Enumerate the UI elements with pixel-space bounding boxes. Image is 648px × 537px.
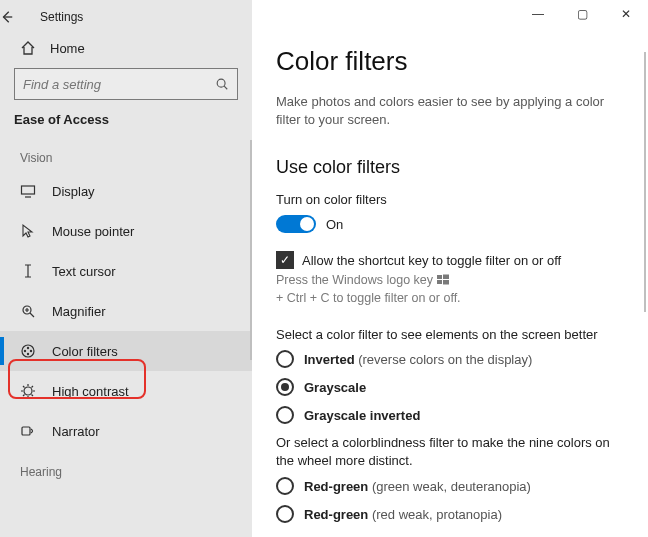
radio-icon [276, 406, 294, 424]
radio-icon [276, 477, 294, 495]
arrow-left-icon [0, 10, 14, 24]
sidebar-item-magnifier[interactable]: Magnifier [0, 291, 252, 331]
high-contrast-icon [20, 383, 36, 399]
svg-point-0 [217, 79, 225, 87]
radio-group-filters: Inverted (reverse colors on the display)… [276, 350, 624, 424]
radio-icon [276, 350, 294, 368]
left-pane: Settings Home Ease of Access Vision Disp… [0, 0, 252, 537]
category-hearing: Hearing [0, 451, 252, 485]
category-vision: Vision [0, 137, 252, 171]
search-wrap [14, 68, 238, 100]
right-pane: — ▢ ✕ Color filters Make photos and colo… [252, 0, 648, 537]
search-icon [215, 77, 229, 91]
radio-icon [276, 505, 294, 523]
sidebar-item-label: Color filters [52, 344, 118, 359]
color-filters-icon [20, 343, 36, 359]
shortcut-label: Allow the shortcut key to toggle filter … [302, 253, 561, 268]
home-label: Home [50, 41, 85, 56]
radio-label: Grayscale inverted [304, 408, 420, 423]
hint-pre: Press the Windows logo key [276, 273, 433, 287]
intro-text: Make photos and colors easier to see by … [276, 93, 624, 129]
close-button[interactable]: ✕ [604, 0, 648, 28]
mouse-pointer-icon [20, 223, 36, 239]
search-box[interactable] [14, 68, 238, 100]
svg-point-8 [24, 387, 32, 395]
select-prompt: Select a color filter to see elements on… [276, 327, 624, 342]
sidebar-item-label: High contrast [52, 384, 129, 399]
svg-point-5 [30, 350, 32, 352]
svg-point-7 [27, 353, 29, 355]
sidebar-item-label: Narrator [52, 424, 100, 439]
hint-post: + Ctrl + C to toggle filter on or off. [276, 291, 461, 305]
svg-rect-13 [443, 280, 449, 285]
sidebar-item-label: Mouse pointer [52, 224, 134, 239]
minimize-button[interactable]: — [516, 0, 560, 28]
radio-group-colorblind: Red-green (green weak, deuteranopia)Red-… [276, 477, 624, 523]
svg-rect-10 [437, 275, 442, 279]
radio-label: Grayscale [304, 380, 366, 395]
radio-icon [276, 378, 294, 396]
svg-point-6 [24, 350, 26, 352]
toggle-row: On [276, 215, 624, 233]
svg-rect-11 [443, 275, 449, 280]
content-area: Color filters Make photos and colors eas… [252, 0, 648, 523]
shortcut-checkbox-row: ✓ Allow the shortcut key to toggle filte… [276, 251, 624, 269]
or-prompt: Or select a colorblindness filter to mak… [276, 434, 624, 469]
sidebar-item-label: Display [52, 184, 95, 199]
sidebar-item-narrator[interactable]: Narrator [0, 411, 252, 451]
section-header: Ease of Access [0, 112, 252, 137]
magnifier-icon [20, 303, 36, 319]
radio-label: Red-green (green weak, deuteranopia) [304, 479, 531, 494]
text-cursor-icon [20, 263, 36, 279]
maximize-button[interactable]: ▢ [560, 0, 604, 28]
svg-rect-12 [437, 280, 442, 284]
right-scrollbar[interactable] [644, 52, 646, 312]
windows-logo-icon [437, 274, 449, 286]
svg-rect-9 [22, 427, 30, 435]
color-filter-toggle[interactable] [276, 215, 316, 233]
radio-option[interactable]: Inverted (reverse colors on the display) [276, 350, 624, 368]
display-icon [20, 183, 36, 199]
sidebar-item-label: Text cursor [52, 264, 116, 279]
use-heading: Use color filters [276, 157, 624, 178]
narrator-icon [20, 423, 36, 439]
window-controls: — ▢ ✕ [516, 0, 648, 28]
svg-point-3 [22, 345, 34, 357]
sidebar-item-color-filters[interactable]: Color filters [0, 331, 252, 371]
svg-point-4 [27, 347, 29, 349]
radio-label: Inverted (reverse colors on the display) [304, 352, 532, 367]
toggle-label: Turn on color filters [276, 192, 624, 207]
radio-option[interactable]: Grayscale [276, 378, 624, 396]
toggle-state: On [326, 217, 343, 232]
home-nav[interactable]: Home [0, 30, 252, 64]
svg-rect-1 [22, 186, 35, 194]
app-title: Settings [40, 10, 83, 24]
radio-option[interactable]: Grayscale inverted [276, 406, 624, 424]
page-title: Color filters [276, 46, 624, 77]
shortcut-hint: Press the Windows logo key + Ctrl + C to… [276, 273, 624, 305]
sidebar-item-mouse-pointer[interactable]: Mouse pointer [0, 211, 252, 251]
search-input[interactable] [23, 77, 215, 92]
radio-option[interactable]: Red-green (red weak, protanopia) [276, 505, 624, 523]
home-icon [20, 40, 36, 56]
radio-label: Red-green (red weak, protanopia) [304, 507, 502, 522]
sidebar-item-display[interactable]: Display [0, 171, 252, 211]
sidebar-item-high-contrast[interactable]: High contrast [0, 371, 252, 411]
shortcut-checkbox[interactable]: ✓ [276, 251, 294, 269]
back-button[interactable] [0, 10, 40, 24]
sidebar-item-text-cursor[interactable]: Text cursor [0, 251, 252, 291]
sidebar-item-label: Magnifier [52, 304, 105, 319]
title-row: Settings [0, 0, 252, 30]
settings-window: Settings Home Ease of Access Vision Disp… [0, 0, 648, 537]
radio-option[interactable]: Red-green (green weak, deuteranopia) [276, 477, 624, 495]
